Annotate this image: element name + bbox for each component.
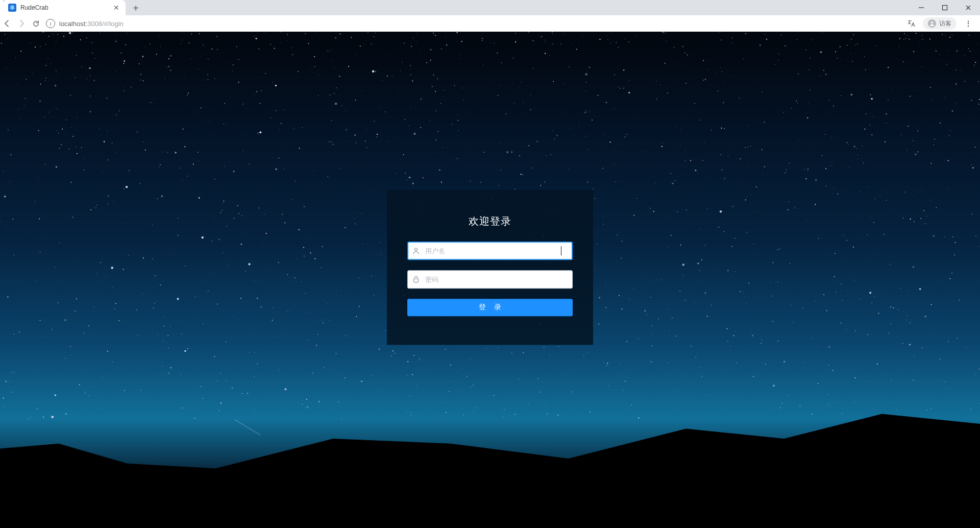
svg-rect-0 xyxy=(943,6,947,10)
password-field-wrap xyxy=(407,270,573,289)
url-text: localhost:3008/#/login xyxy=(59,20,124,28)
text-cursor xyxy=(561,246,561,255)
reload-button[interactable] xyxy=(29,16,43,31)
lock-icon xyxy=(412,275,420,283)
address-bar[interactable]: i localhost:3008/#/login xyxy=(46,17,124,30)
favicon-icon: ✱ xyxy=(8,4,16,12)
translate-icon[interactable] xyxy=(904,16,919,31)
browser-tab[interactable]: ✱ RudeCrab ✕ xyxy=(3,0,126,15)
page-viewport: 欢迎登录 登 录 xyxy=(0,32,980,528)
menu-button[interactable]: ⋮ xyxy=(961,16,975,31)
login-button[interactable]: 登 录 xyxy=(407,299,573,316)
toolbar-right: 访客 ⋮ xyxy=(904,16,980,31)
back-button[interactable] xyxy=(0,16,14,31)
browser-chrome: ✱ RudeCrab ✕ + i xyxy=(0,0,980,32)
profile-chip[interactable]: 访客 xyxy=(923,17,957,30)
window-controls xyxy=(910,0,980,15)
password-input[interactable] xyxy=(407,270,573,289)
login-title: 欢迎登录 xyxy=(407,214,573,228)
login-card: 欢迎登录 登 录 xyxy=(387,190,593,345)
username-input[interactable] xyxy=(407,242,573,260)
new-tab-button[interactable]: + xyxy=(129,1,143,15)
toolbar: i localhost:3008/#/login 访客 ⋮ xyxy=(0,15,980,32)
user-icon xyxy=(412,247,420,255)
forward-button[interactable] xyxy=(14,16,29,31)
avatar-icon xyxy=(928,19,936,28)
site-info-icon[interactable]: i xyxy=(46,19,55,28)
svg-point-1 xyxy=(931,21,933,23)
svg-rect-3 xyxy=(413,279,418,282)
svg-point-2 xyxy=(414,248,417,251)
profile-label: 访客 xyxy=(939,19,951,28)
tab-strip: ✱ RudeCrab ✕ + xyxy=(3,0,980,15)
tab-title: RudeCrab xyxy=(20,4,112,11)
close-tab-icon[interactable]: ✕ xyxy=(112,4,120,12)
maximize-button[interactable] xyxy=(933,0,957,15)
close-window-button[interactable] xyxy=(957,0,980,15)
username-field-wrap xyxy=(407,242,573,260)
minimize-button[interactable] xyxy=(910,0,933,15)
